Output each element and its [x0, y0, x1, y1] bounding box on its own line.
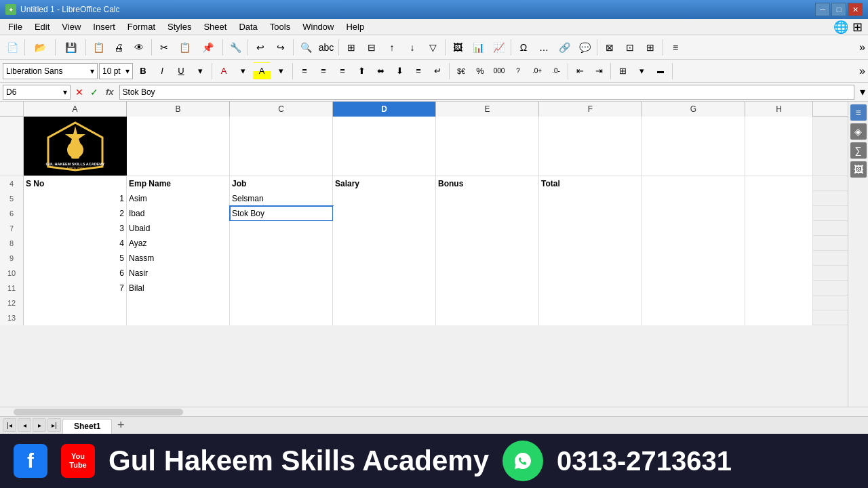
cell-b11[interactable]: Bilal [127, 281, 230, 296]
menu-insert[interactable]: Insert [87, 20, 121, 33]
cell-c12[interactable] [230, 296, 333, 310]
cell-c5[interactable]: Selsman [230, 191, 333, 206]
cell-f10[interactable] [539, 266, 642, 281]
cell-g9[interactable] [642, 251, 745, 266]
col-header-a[interactable]: A [24, 102, 127, 117]
cell-b8[interactable]: Ayaz [127, 236, 230, 251]
cell-g5[interactable] [642, 191, 745, 206]
cell-h12[interactable] [745, 296, 813, 310]
cell-c1[interactable] [230, 117, 333, 176]
tab-nav-last[interactable]: ▸| [47, 418, 61, 432]
export-pdf-button[interactable]: 📋 [89, 38, 108, 57]
cell-b7[interactable]: Ubaid [127, 221, 230, 236]
border-dropdown[interactable]: ▾ [633, 62, 650, 80]
cell-b12[interactable] [127, 296, 230, 310]
freeze-col-button[interactable]: ⊡ [620, 38, 639, 57]
col-header-d[interactable]: D [333, 102, 436, 117]
align-left-button[interactable]: ≡ [296, 62, 313, 80]
merge-button[interactable]: ⊞ [641, 38, 660, 57]
col-header-e[interactable]: E [436, 102, 539, 117]
cell-e11[interactable] [436, 281, 539, 296]
cell-c4[interactable]: Job [230, 176, 333, 191]
cell-h7[interactable] [745, 221, 813, 236]
bold-button[interactable]: B [134, 62, 152, 80]
expand-icon[interactable]: ⊞ [850, 20, 865, 35]
decimal-remove-button[interactable]: .0- [547, 62, 565, 80]
window-controls[interactable]: ─ □ ✕ [815, 3, 863, 16]
new-button[interactable]: 📄 [3, 38, 22, 57]
align-right-button[interactable]: ≡ [334, 62, 351, 80]
styles-sidebar-button[interactable]: ≡ [850, 104, 867, 121]
col-header-f[interactable]: F [539, 102, 642, 117]
close-button[interactable]: ✕ [848, 3, 863, 16]
col-header-h[interactable]: H [745, 102, 813, 117]
col-header-c[interactable]: C [230, 102, 333, 117]
comment-button[interactable]: 💬 [575, 38, 594, 57]
indent-left-button[interactable]: ⇤ [571, 62, 589, 80]
cell-b4[interactable]: Emp Name [127, 176, 230, 191]
more2-button[interactable]: ≡ [666, 38, 685, 57]
print-button[interactable]: 🖨 [109, 38, 128, 57]
cell-h13[interactable] [745, 310, 813, 325]
wrap-button[interactable]: ↵ [429, 62, 446, 80]
sort-desc-button[interactable]: ↓ [403, 38, 422, 57]
cell-e4[interactable]: Bonus [436, 176, 539, 191]
menu-data[interactable]: Data [233, 20, 262, 33]
cell-f5[interactable] [539, 191, 642, 206]
undo-button[interactable]: ↩ [251, 38, 270, 57]
cell-e10[interactable] [436, 266, 539, 281]
global-icon[interactable]: 🌐 [833, 20, 848, 35]
cell-g4[interactable] [642, 176, 745, 191]
cell-a4[interactable]: S No [24, 176, 127, 191]
cell-d6[interactable] [333, 206, 436, 221]
hscroll-thumb[interactable] [14, 409, 183, 415]
cell-a13[interactable] [24, 310, 127, 325]
font-color-button[interactable]: A [215, 62, 233, 80]
cell-c8[interactable] [230, 236, 333, 251]
add-sheet-button[interactable]: + [113, 418, 128, 432]
cell-d4[interactable]: Salary [333, 176, 436, 191]
cell-e13[interactable] [436, 310, 539, 325]
cell-e12[interactable] [436, 296, 539, 310]
border-button[interactable]: ⊞ [614, 62, 631, 80]
underline-dropdown[interactable]: ▾ [191, 62, 209, 80]
open-button[interactable]: 📂 [28, 38, 52, 57]
indent-right-button[interactable]: ⇥ [590, 62, 608, 80]
cell-d13[interactable] [333, 310, 436, 325]
cell-h11[interactable] [745, 281, 813, 296]
minimize-button[interactable]: ─ [815, 3, 830, 16]
cell-a6[interactable]: 2 [24, 206, 127, 221]
font-name-selector[interactable]: Liberation Sans ▾ [3, 63, 98, 79]
pivot-button[interactable]: 📈 [489, 38, 508, 57]
navigator-sidebar-button[interactable]: ◈ [850, 123, 867, 140]
fmt-toolbar-expand-icon[interactable]: » [859, 65, 865, 77]
menu-edit[interactable]: Edit [29, 20, 55, 33]
cell-g8[interactable] [642, 236, 745, 251]
cell-c11[interactable] [230, 281, 333, 296]
cell-c7[interactable] [230, 221, 333, 236]
underline-button[interactable]: U [172, 62, 190, 80]
border-color-button[interactable]: ▬ [652, 62, 669, 80]
cell-g11[interactable] [642, 281, 745, 296]
formula-cancel-button[interactable]: ✕ [73, 87, 85, 98]
hyperlink-button[interactable]: 🔗 [555, 38, 574, 57]
clone-button[interactable]: 🔧 [226, 38, 245, 57]
cut-button[interactable]: ✂ [155, 38, 174, 57]
cell-e6[interactable] [436, 206, 539, 221]
align-top-button[interactable]: ⬆ [353, 62, 370, 80]
font-color-dropdown[interactable]: ▾ [234, 62, 252, 80]
tab-nav-prev[interactable]: ◂ [18, 418, 31, 432]
cell-h4[interactable] [745, 176, 813, 191]
cell-a7[interactable]: 3 [24, 221, 127, 236]
cell-a12[interactable] [24, 296, 127, 310]
cell-f8[interactable] [539, 236, 642, 251]
align-middle-button[interactable]: ⬌ [372, 62, 389, 80]
cell-d5[interactable] [333, 191, 436, 206]
font-dropdown-icon[interactable]: ▾ [90, 66, 94, 76]
menu-styles[interactable]: Styles [162, 20, 197, 33]
align-center-button[interactable]: ≡ [315, 62, 332, 80]
cell-f12[interactable] [539, 296, 642, 310]
menu-view[interactable]: View [56, 20, 86, 33]
functions-sidebar-button[interactable]: ∑ [850, 142, 867, 159]
highlight-dropdown[interactable]: ▾ [272, 62, 290, 80]
